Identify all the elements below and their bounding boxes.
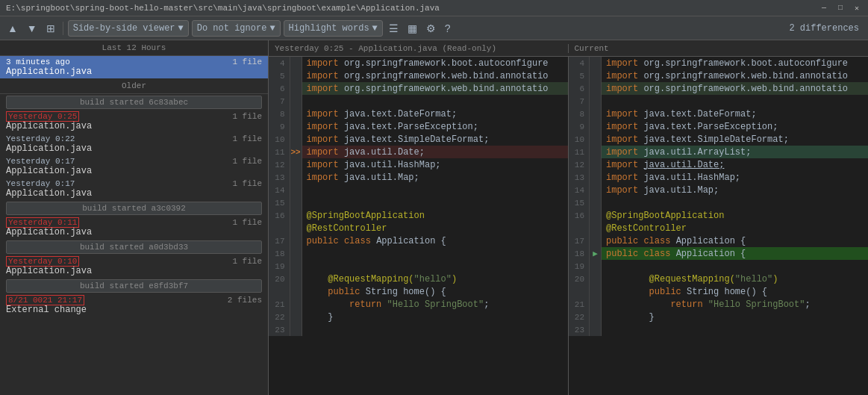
line-marker bbox=[290, 120, 302, 133]
list-item[interactable]: Yesterday 0:25 1 file Application.java bbox=[0, 111, 268, 133]
title-bar-path: E:\springboot\spring-boot-hello-master\s… bbox=[6, 4, 440, 13]
line-code: @RequestMapping("hello") bbox=[302, 273, 568, 285]
table-row: 14 bbox=[269, 184, 568, 196]
line-marker: >> bbox=[290, 146, 302, 158]
build-badge: build started 6c83abec bbox=[6, 96, 262, 109]
line-code bbox=[302, 184, 568, 196]
diff-left-pane: 4 import org.springframework.boot.autoco… bbox=[269, 57, 569, 395]
history-panel[interactable]: Last 12 Hours 3 minutes ago 1 file Appli… bbox=[0, 40, 269, 395]
line-marker bbox=[590, 209, 602, 222]
line-code: import org.springframework.web.bind.anno… bbox=[602, 69, 869, 82]
line-marker bbox=[590, 57, 602, 69]
line-code: import java.util.Map; bbox=[302, 171, 568, 184]
help-button[interactable]: ? bbox=[442, 20, 454, 37]
line-num: 4 bbox=[569, 57, 590, 69]
settings-button[interactable]: ☰ bbox=[386, 20, 402, 37]
diff-content[interactable]: 4 import org.springframework.boot.autoco… bbox=[269, 57, 868, 395]
table-row: @RestController bbox=[569, 222, 869, 234]
line-num: 19 bbox=[569, 260, 590, 273]
line-code: @RequestMapping("hello") bbox=[602, 273, 869, 285]
line-code: import org.springframework.boot.autoconf… bbox=[302, 57, 568, 69]
nav-up-button[interactable]: ▲ bbox=[4, 20, 21, 37]
file-entry-header: 8/21 0021 21:17 2 files bbox=[6, 296, 262, 305]
line-marker bbox=[290, 95, 302, 108]
table-row: 22 } bbox=[269, 311, 568, 323]
list-item[interactable]: Yesterday 0:11 1 file Application.java bbox=[0, 217, 268, 239]
line-marker bbox=[290, 133, 302, 146]
line-num: 6 bbox=[269, 82, 290, 95]
close-button[interactable]: ✕ bbox=[852, 3, 862, 13]
table-row: 10 import java.text.SimpleDateFormat; bbox=[269, 133, 568, 146]
line-num: 13 bbox=[269, 171, 290, 184]
highlight-label: Highlight words bbox=[289, 23, 369, 34]
viewer-dropdown[interactable]: Side-by-side viewer ▼ bbox=[68, 20, 189, 37]
minimize-button[interactable]: — bbox=[819, 3, 829, 13]
list-item[interactable]: Yesterday 0:10 1 file Application.java bbox=[0, 255, 268, 278]
table-row: 17 public class Application { bbox=[269, 234, 568, 247]
window-controls[interactable]: — □ ✕ bbox=[819, 3, 862, 13]
ignore-dropdown[interactable]: Do not ignore ▼ bbox=[192, 20, 281, 37]
list-item[interactable]: Yesterday 0:17 1 file Application.java bbox=[0, 178, 268, 200]
table-row: 6 import org.springframework.web.bind.an… bbox=[269, 82, 568, 95]
line-num: 13 bbox=[569, 171, 590, 184]
file-name: External change bbox=[6, 305, 262, 315]
file-name: Application.java bbox=[6, 227, 262, 237]
maximize-button[interactable]: □ bbox=[835, 3, 846, 13]
table-row: 20 @RequestMapping("hello") bbox=[569, 273, 869, 285]
table-row: 18 ▶ public class Application { bbox=[569, 247, 869, 260]
line-num: 8 bbox=[269, 108, 290, 120]
diff-right-pane: 4 import org.springframework.boot.autoco… bbox=[569, 57, 869, 395]
line-marker bbox=[590, 95, 602, 108]
nav-grid-button[interactable]: ⊞ bbox=[43, 20, 58, 37]
line-code: import java.text.ParseException; bbox=[302, 120, 568, 133]
time-box: Yesterday 0:11 bbox=[6, 217, 79, 228]
section-older: Older bbox=[0, 78, 268, 94]
diff-header-right: Current bbox=[569, 44, 615, 53]
line-marker bbox=[590, 323, 602, 336]
line-marker bbox=[290, 69, 302, 82]
line-num: 14 bbox=[269, 184, 290, 196]
line-code bbox=[602, 95, 869, 108]
line-num: 9 bbox=[269, 120, 290, 133]
line-marker bbox=[290, 273, 302, 285]
ignore-chevron-icon: ▼ bbox=[269, 23, 275, 34]
list-item[interactable]: Yesterday 0:17 1 file Application.java bbox=[0, 155, 268, 178]
line-marker bbox=[590, 184, 602, 196]
file-count: 2 files bbox=[228, 296, 262, 305]
line-marker bbox=[290, 323, 302, 336]
file-entry-header: Yesterday 0:11 1 file bbox=[6, 218, 262, 227]
gear-button[interactable]: ⚙ bbox=[423, 20, 439, 37]
line-marker bbox=[590, 222, 602, 234]
line-num: 18 bbox=[269, 247, 290, 260]
list-item[interactable]: 3 minutes ago 1 file Application.java bbox=[0, 56, 268, 78]
list-item[interactable]: Yesterday 0:22 1 file Application.java bbox=[0, 133, 268, 155]
line-num: 7 bbox=[269, 95, 290, 108]
highlight-dropdown[interactable]: Highlight words ▼ bbox=[284, 20, 383, 37]
line-marker bbox=[590, 260, 602, 273]
file-time: 8/21 0021 21:17 bbox=[6, 296, 84, 305]
main-layout: Last 12 Hours 3 minutes ago 1 file Appli… bbox=[0, 40, 868, 395]
time-box: 8/21 0021 21:17 bbox=[6, 295, 84, 305]
title-bar: E:\springboot\spring-boot-hello-master\s… bbox=[0, 0, 868, 16]
line-code: return "Hello SpringBoot"; bbox=[302, 298, 568, 311]
time-box: Yesterday 0:25 bbox=[6, 111, 79, 122]
line-code: import java.util.ArrayList; bbox=[602, 146, 869, 158]
file-time: Yesterday 0:10 bbox=[6, 257, 79, 266]
file-count: 1 file bbox=[232, 134, 262, 143]
bars-button[interactable]: ▦ bbox=[405, 20, 420, 37]
viewer-chevron-icon: ▼ bbox=[178, 23, 184, 34]
table-row: @RestController bbox=[269, 222, 568, 234]
table-row: 5 import org.springframework.web.bind.an… bbox=[269, 69, 568, 82]
line-code: import java.text.ParseException; bbox=[602, 120, 869, 133]
line-code: import java.util.HashMap; bbox=[302, 158, 568, 171]
line-marker bbox=[590, 311, 602, 323]
table-row: 18 bbox=[269, 247, 568, 260]
file-time: Yesterday 0:17 bbox=[6, 157, 75, 166]
line-marker: ▶ bbox=[590, 247, 602, 260]
line-code: import org.springframework.web.bind.anno… bbox=[602, 82, 869, 95]
list-item[interactable]: 8/21 0021 21:17 2 files External change bbox=[0, 294, 268, 317]
build-badge: build started e8fd3bf7 bbox=[6, 279, 262, 293]
nav-down-button[interactable]: ▼ bbox=[24, 20, 40, 37]
line-num: 5 bbox=[269, 69, 290, 82]
line-marker bbox=[590, 108, 602, 120]
